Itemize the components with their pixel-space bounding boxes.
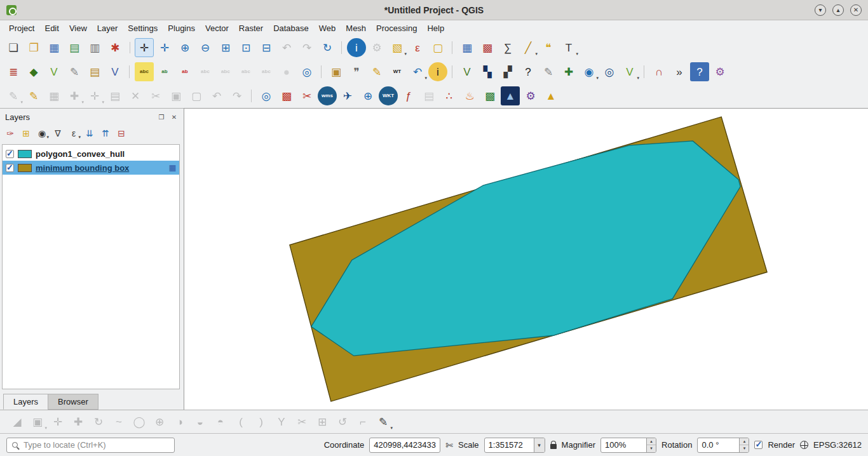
- tab-layers[interactable]: Layers: [3, 394, 48, 410]
- magnifier-input[interactable]: [601, 440, 646, 450]
- locator-input[interactable]: [22, 439, 169, 450]
- split-features-icon[interactable]: ✂ ▾: [292, 412, 311, 431]
- close-button[interactable]: ✕: [850, 4, 862, 16]
- maximize-button[interactable]: ▴: [832, 4, 844, 16]
- save-edits-icon[interactable]: ▦ ▾: [44, 86, 64, 105]
- filter-legend-icon[interactable]: ∇ ▾: [51, 126, 65, 140]
- extents-toggle-icon[interactable]: ✄: [445, 440, 453, 450]
- select-features-icon[interactable]: ▧ ▾: [388, 38, 407, 57]
- locator-box[interactable]: [6, 438, 175, 453]
- cut-features-icon[interactable]: ✂ ▾: [146, 86, 165, 105]
- log-book-icon[interactable]: ▤ ▾: [419, 86, 438, 105]
- paste-features-icon[interactable]: ▢ ▾: [187, 86, 206, 105]
- layer-visibility-checkbox[interactable]: [6, 150, 14, 158]
- split-parts-icon[interactable]: Y ▾: [272, 412, 291, 431]
- undo-plugin-icon[interactable]: ↶ ▾: [408, 62, 427, 81]
- clone-tool-icon[interactable]: ▣ ▾: [28, 412, 47, 431]
- new-spatialite-layer-icon[interactable]: ✎ ▾: [65, 62, 84, 81]
- collapse-all-icon[interactable]: ⇈ ▾: [98, 126, 112, 140]
- raster-overlay-icon[interactable]: ▞ ▾: [498, 62, 517, 81]
- magnifier-down-icon[interactable]: ▾: [647, 445, 656, 452]
- reshape-features-icon[interactable]: ) ▾: [252, 412, 271, 431]
- render-checkbox[interactable]: [754, 441, 763, 449]
- menu-layer[interactable]: Layer: [92, 22, 123, 35]
- annotation-message-icon[interactable]: ❞ ▾: [347, 62, 366, 81]
- copy-features-icon[interactable]: ▣ ▾: [166, 86, 186, 105]
- raster-query-icon[interactable]: ? ▾: [519, 62, 538, 81]
- new-geopackage-layer-icon[interactable]: ◆ ▾: [24, 62, 43, 81]
- undo-icon[interactable]: ↶ ▾: [207, 86, 226, 105]
- label-pin-icon[interactable]: ab ▾: [175, 62, 194, 81]
- menu-processing[interactable]: Processing: [371, 22, 422, 35]
- panel-float-button[interactable]: ❐: [157, 114, 166, 121]
- simplify-feature-icon[interactable]: ~ ▾: [109, 412, 128, 431]
- configure-shortcuts-icon[interactable]: ⚙ ▾: [710, 62, 729, 81]
- layer-minimum-bounding-box[interactable]: minimum bounding box ▦: [3, 161, 179, 175]
- data-source-manager-icon[interactable]: ≣ ▾: [4, 62, 23, 81]
- text-annotation-icon[interactable]: T ▾: [559, 38, 578, 57]
- menu-help[interactable]: Help: [422, 22, 449, 35]
- move-feature-icon[interactable]: ✛ ▾: [48, 412, 67, 431]
- layout-manager-icon[interactable]: ▥ ▾: [85, 38, 104, 57]
- script-runner-icon[interactable]: ƒ ▾: [399, 86, 418, 105]
- menu-view[interactable]: View: [64, 22, 92, 35]
- new-virtual-layer-icon[interactable]: V ▾: [105, 62, 125, 81]
- zoom-last-icon[interactable]: ↶ ▾: [277, 38, 296, 57]
- scale-input[interactable]: [485, 440, 534, 450]
- open-project-icon[interactable]: ❐ ▾: [24, 38, 43, 57]
- rotation-input[interactable]: [698, 440, 739, 450]
- point-cluster-plugin-icon[interactable]: ∴ ▾: [440, 86, 459, 105]
- globe-layer-icon[interactable]: ◎ ▾: [600, 62, 619, 81]
- toggle-editing-icon[interactable]: ✎ ▾: [24, 86, 43, 105]
- statistical-summary-icon[interactable]: ∑ ▾: [498, 38, 517, 57]
- lock-scale-icon[interactable]: [550, 444, 557, 449]
- menu-raster[interactable]: Raster: [234, 22, 268, 35]
- layer-labeling-icon[interactable]: abc ▾: [135, 62, 154, 81]
- add-ring-icon[interactable]: ◯ ▾: [130, 412, 149, 431]
- minimize-button[interactable]: ▾: [815, 4, 826, 16]
- vertex-editor-icon[interactable]: ✎ ▾: [374, 412, 393, 431]
- new-project-icon[interactable]: ❏ ▾: [4, 38, 23, 57]
- select-by-expression-icon[interactable]: ε ▾: [408, 38, 427, 57]
- pan-to-selection-icon[interactable]: ✛ ▾: [155, 38, 174, 57]
- clipper-plugin-icon[interactable]: ✂ ▾: [297, 86, 316, 105]
- remove-layer-icon[interactable]: ⊟ ▾: [114, 126, 128, 140]
- profile-tool-icon[interactable]: ⚙ ▾: [521, 86, 540, 105]
- layer-styling-icon[interactable]: ✑ ▾: [3, 126, 17, 140]
- travel-time-plugin-icon[interactable]: ✈ ▾: [338, 86, 357, 105]
- snapping-magnet-icon[interactable]: ∩ ▾: [649, 62, 668, 81]
- advanced-digitizing-icon[interactable]: ◢ ▾: [8, 412, 27, 431]
- menu-settings[interactable]: Settings: [123, 22, 163, 35]
- field-calculator-icon[interactable]: ▩ ▾: [478, 38, 497, 57]
- menu-vector[interactable]: Vector: [200, 22, 234, 35]
- manage-map-themes-icon[interactable]: ◉ ▾: [35, 126, 49, 140]
- redo-icon[interactable]: ↷ ▾: [227, 86, 247, 105]
- scale-dropdown-icon[interactable]: ▾: [534, 438, 545, 452]
- zoom-in-icon[interactable]: ⊕ ▾: [175, 38, 194, 57]
- tab-browser[interactable]: Browser: [48, 394, 98, 410]
- search-plugin-icon[interactable]: ◎ ▾: [257, 86, 276, 105]
- offset-curve-icon[interactable]: ( ▾: [231, 412, 250, 431]
- terrain-image-icon[interactable]: ▲ ▾: [541, 86, 560, 105]
- modify-attributes-icon[interactable]: ▤ ▾: [105, 86, 125, 105]
- map-tips-icon[interactable]: ❝ ▾: [539, 38, 558, 57]
- deselect-all-icon[interactable]: ▢ ▾: [428, 38, 447, 57]
- expand-all-icon[interactable]: ⇊ ▾: [83, 126, 97, 140]
- sketch-pencil-icon[interactable]: ✎ ▾: [367, 62, 386, 81]
- zoom-next-icon[interactable]: ↷ ▾: [297, 38, 316, 57]
- rotate-feature-icon[interactable]: ↻ ▾: [89, 412, 108, 431]
- delete-ring-icon[interactable]: ◒ ▾: [191, 412, 210, 431]
- save-project-icon[interactable]: ▦ ▾: [44, 38, 64, 57]
- menu-plugins[interactable]: Plugins: [163, 22, 200, 35]
- crs-status[interactable]: EPSG:32612: [813, 440, 862, 450]
- new-shapefile-layer-icon[interactable]: V ▾: [44, 62, 64, 81]
- add-layer-icon[interactable]: ✚ ▾: [559, 62, 578, 81]
- raster-bitmap-icon[interactable]: ▚ ▾: [478, 62, 497, 81]
- digitize-feature-icon[interactable]: ✚ ▾: [65, 86, 84, 105]
- help-contents-icon[interactable]: ? ▾: [690, 62, 709, 81]
- toolbar-overflow-icon[interactable]: » ▾: [670, 62, 689, 81]
- menu-mesh[interactable]: Mesh: [341, 22, 371, 35]
- topology-checker-icon[interactable]: V ▾: [458, 62, 477, 81]
- magnifier-up-icon[interactable]: ▴: [647, 438, 656, 446]
- delete-part-icon[interactable]: ◓ ▾: [211, 412, 230, 431]
